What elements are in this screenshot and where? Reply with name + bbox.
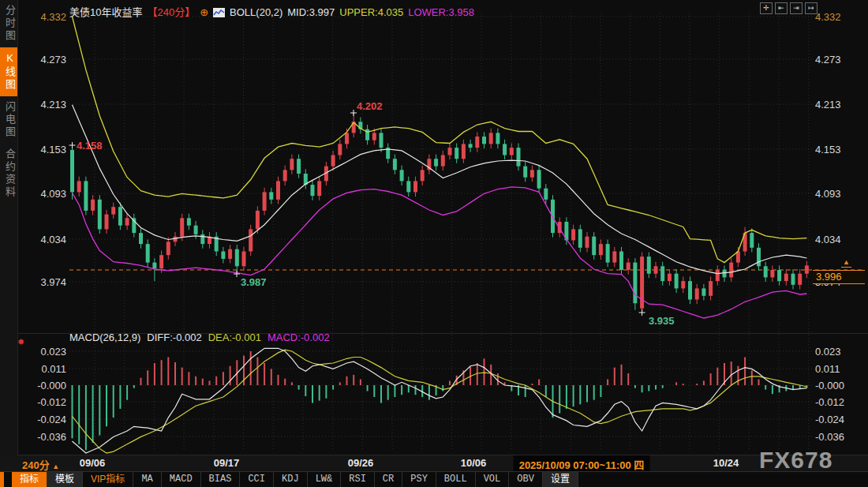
macd-axis-label-right: 0.011 — [815, 363, 864, 375]
macd-axis-label-right: -0.000 — [815, 380, 864, 391]
sidebar-item-lightning-chart[interactable]: 闪电图 — [0, 96, 17, 144]
macd-macd-value: MACD:-0.002 — [268, 332, 330, 343]
expand-range-icon[interactable]: ⇥ — [790, 2, 803, 14]
chevron-up-icon: ▲ — [52, 463, 59, 470]
macd-name: MACD(26,12,9) — [69, 332, 140, 343]
svg-text:3.935: 3.935 — [649, 315, 675, 327]
boll-lower-value: LOWER:3.958 — [408, 6, 474, 18]
compress-range-icon[interactable]: ⇤ — [775, 2, 788, 14]
svg-text:4.202: 4.202 — [357, 100, 383, 112]
add-indicator-icon[interactable]: ⊕ — [200, 6, 208, 18]
time-axis: 240分 ▲ 2025/10/09 07:00~11:00 四 09/0609/… — [0, 455, 868, 471]
template-button[interactable]: 模板 — [47, 472, 83, 487]
svg-text:4.158: 4.158 — [77, 140, 103, 152]
tab-macd[interactable]: MACD — [162, 472, 201, 487]
indicator-button[interactable]: 指标 — [12, 472, 47, 487]
macd-header: MACD(26,12,9)DIFF:-0.002DEA:-0.001MACD:-… — [69, 332, 336, 343]
macd-axis-label-right: 0.023 — [815, 346, 864, 358]
alert-arrow-icon[interactable]: ▲ — [841, 259, 851, 268]
price-axis-label-left: 4.034 — [19, 234, 66, 245]
tab-cci[interactable]: CCI — [240, 472, 274, 487]
date-label: 10/24 — [713, 457, 739, 469]
indicator-flag-icon[interactable]: ✹ — [17, 337, 24, 347]
tab-cr[interactable]: CR — [375, 472, 402, 487]
tab-psy[interactable]: PSY — [402, 472, 436, 487]
tab-kdj[interactable]: KDJ — [274, 472, 308, 487]
vertical-gridlines — [95, 13, 809, 451]
tab-boll[interactable]: BOLL — [436, 472, 476, 487]
macd-dea-value: DEA:-0.001 — [208, 332, 261, 343]
macd-histogram — [73, 351, 807, 450]
price-axis-label-left: 3.974 — [19, 276, 66, 288]
sidebar: 分时图K线图闪电图合约资料 — [0, 0, 18, 458]
price-axis-label-right: 4.213 — [815, 99, 864, 111]
price-axis-label-right: 4.153 — [815, 144, 864, 155]
date-label: 09/26 — [348, 457, 374, 469]
date-label: 10/06 — [461, 457, 487, 469]
tab-lwr[interactable]: LW& — [308, 472, 342, 487]
price-axis-label-left: 4.332 — [19, 11, 66, 23]
tab-vol[interactable]: VOL — [476, 472, 510, 487]
sidebar-item-contract-info[interactable]: 合约资料 — [0, 144, 17, 204]
macd-axis-label-left: -0.012 — [19, 396, 66, 408]
macd-lines — [73, 348, 807, 453]
chart-header: 美债10年收益率【240分】⊕BOLL(20,2)MID:3.997UPPER:… — [69, 4, 479, 20]
price-axis-label-left: 4.153 — [19, 144, 66, 155]
vip-indicator-button[interactable]: VIP指标 — [83, 472, 133, 487]
period-label[interactable]: 【240分】 — [147, 6, 195, 18]
crosshair-icon[interactable]: ✛ — [760, 2, 773, 14]
indicator-toolbar: 指标模板VIP指标MAMACDBIASCCIKDJLW&RSICRPSYBOLL… — [0, 471, 868, 487]
price-axis-label-left: 4.213 — [19, 99, 66, 111]
boll-mid-value: MID:3.997 — [287, 6, 335, 18]
chart-canvas[interactable]: 4.1584.2023.9873.935 — [0, 0, 868, 487]
goto-latest-icon[interactable]: ↦ — [805, 2, 817, 14]
macd-axis-label-right: -0.024 — [815, 414, 864, 425]
boll-indicator-label: BOLL(20,2) — [230, 6, 282, 18]
price-axis-label-right: 4.034 — [815, 234, 864, 245]
tab-bias[interactable]: BIAS — [201, 472, 241, 487]
macd-diff-value: DIFF:-0.002 — [147, 332, 201, 343]
price-axis-label-left: 4.273 — [19, 54, 66, 66]
price-axis-label-left: 4.093 — [19, 188, 66, 200]
svg-text:3.987: 3.987 — [241, 276, 267, 288]
price-axis-label-right: 4.273 — [815, 54, 864, 66]
watermark: FX678 — [759, 447, 832, 474]
last-price-badge: 3.996 — [813, 270, 865, 284]
macd-axis-label-left: -0.000 — [19, 380, 66, 391]
toolbar-accent-stripe — [0, 472, 4, 487]
price-axis-label-right: 4.093 — [815, 188, 864, 200]
macd-axis-label-left: -0.036 — [19, 431, 66, 443]
tab-ma[interactable]: MA — [133, 472, 161, 487]
settings-button[interactable]: 设置 — [543, 472, 578, 487]
app-root: 4.1584.2023.9873.935 分时图K线图闪电图合约资料 美债10年… — [0, 0, 868, 487]
price-axis-label-right: 4.332 — [815, 11, 864, 23]
date-label: 09/06 — [80, 457, 106, 469]
macd-axis-label-left: -0.024 — [19, 414, 66, 425]
tab-obv[interactable]: OBV — [509, 472, 543, 487]
chart-type-icon[interactable] — [213, 8, 225, 20]
macd-axis-label-left: 0.023 — [19, 346, 66, 358]
macd-axis-label-left: 0.011 — [19, 363, 66, 375]
period-selector[interactable]: 240分 ▲ — [22, 457, 59, 472]
boll-upper-value: UPPER:4.035 — [339, 6, 403, 18]
chart-tools: ✛⇤⇥↦ — [760, 2, 817, 14]
instrument-title: 美债10年收益率 — [69, 6, 142, 18]
price-annotations: 4.1584.2023.9873.935 — [69, 100, 675, 327]
macd-axis-label-right: -0.036 — [815, 431, 864, 443]
tab-rsi[interactable]: RSI — [341, 472, 375, 487]
sidebar-item-kline-chart[interactable]: K线图 — [0, 47, 17, 96]
date-label: 09/17 — [214, 457, 240, 469]
macd-axis-label-right: -0.012 — [815, 396, 864, 408]
sidebar-item-time-chart[interactable]: 分时图 — [0, 0, 17, 47]
boll-bands — [73, 17, 807, 318]
